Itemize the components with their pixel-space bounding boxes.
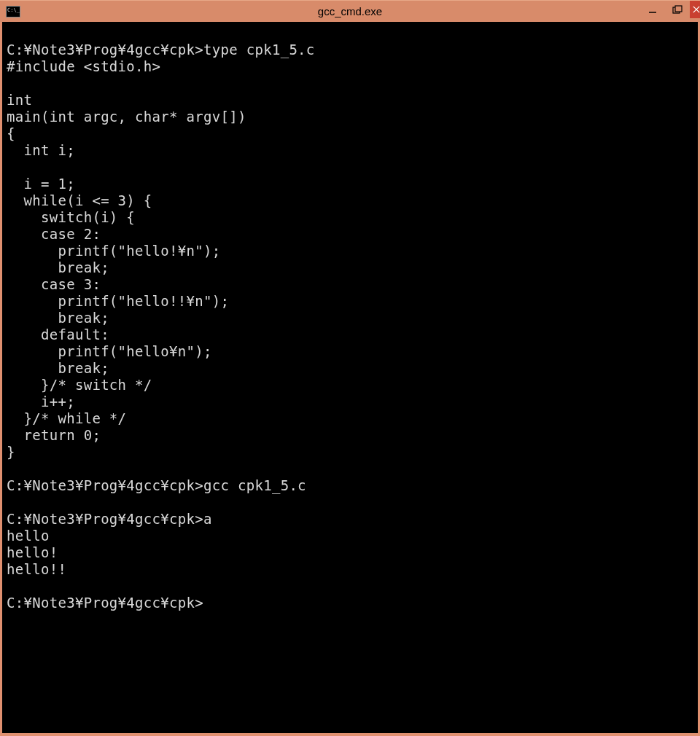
titlebar[interactable]: gcc_cmd.exe xyxy=(0,0,700,22)
minimize-icon xyxy=(648,5,657,14)
window-controls xyxy=(640,1,700,18)
app-icon xyxy=(6,6,20,17)
terminal-output[interactable]: C:¥Note3¥Prog¥4gcc¥cpk>type cpk1_5.c #in… xyxy=(2,22,698,733)
close-button[interactable] xyxy=(690,1,700,18)
minimize-button[interactable] xyxy=(640,1,665,18)
svg-rect-2 xyxy=(675,6,682,12)
close-icon xyxy=(693,6,700,13)
maximize-icon xyxy=(672,5,682,14)
maximize-button[interactable] xyxy=(665,1,690,18)
window-title: gcc_cmd.exe xyxy=(318,5,382,17)
